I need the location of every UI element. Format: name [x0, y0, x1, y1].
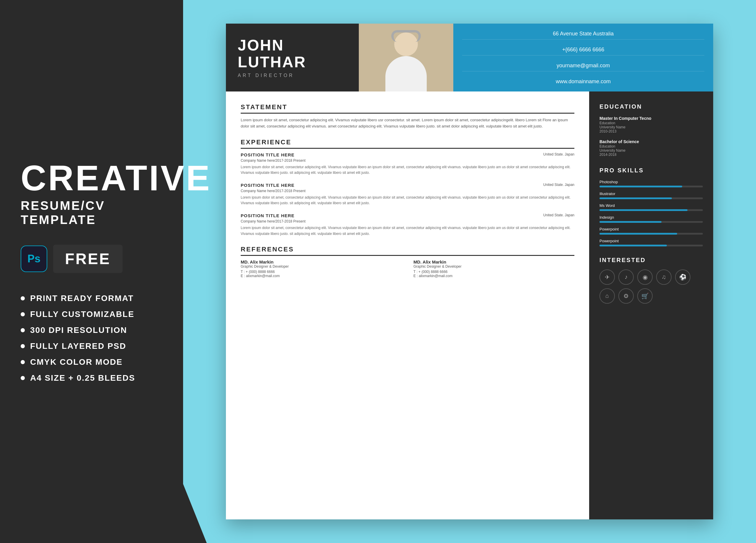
- bullet-icon: [21, 344, 25, 348]
- feature-item: CMYK COLOR MODE: [21, 357, 162, 367]
- resume-header: JOHN LUTHAR ART DIRECTOR 66 Avenue State…: [226, 24, 713, 92]
- ref-role: Graphic Designer & Developer: [241, 265, 402, 269]
- contact-email: yourname@gmail.com: [462, 60, 704, 71]
- person-body-shape: [385, 56, 427, 92]
- experience-item: POSITION TITLE HERE United State. Japan …: [241, 152, 574, 176]
- exp-title: POSITION TITLE HERE: [241, 183, 294, 188]
- exp-location: United State. Japan: [543, 152, 574, 157]
- ref-name: MD. Alix Markin: [413, 260, 574, 265]
- bullet-icon: [21, 312, 25, 316]
- interest-icon-2: ◉: [637, 270, 653, 285]
- person-name: JOHN LUTHAR: [238, 37, 347, 71]
- skill-item: Ms Word: [599, 203, 703, 211]
- education-section: EDUCATION Master In Computer Tecno Educa…: [599, 103, 703, 157]
- experience-item: POSITION TITLE HERE United State. Japan …: [241, 183, 574, 206]
- exp-title: POSITION TITLE HERE: [241, 213, 294, 218]
- skill-name: Powerpoint: [599, 227, 703, 232]
- skill-items: Photoshop Illustrator Ms Word Indesign P…: [599, 180, 703, 247]
- skill-bar-bg: [599, 245, 703, 247]
- contact-phone: +{666} 6666 6666: [462, 44, 704, 56]
- ref-items: MD. Alix Markin Graphic Designer & Devel…: [241, 260, 574, 278]
- exp-company: Company Name here/2017-2018 Present: [241, 219, 574, 224]
- left-panel: CREATIVE RESUME/CV TEMPLATE Ps FREE PRIN…: [0, 0, 183, 543]
- bullet-icon: [21, 328, 25, 332]
- skill-item: Indesign: [599, 215, 703, 223]
- skill-bar-bg: [599, 186, 703, 188]
- skill-name: Ms Word: [599, 203, 703, 208]
- bullet-icon: [21, 296, 25, 300]
- interested-title: INTERESTED: [599, 257, 703, 264]
- photoshop-icon: Ps: [21, 246, 47, 272]
- feature-item: 300 DPI RESOLUTION: [21, 325, 162, 335]
- statement-content: Lorem ipsum dolor sit amet, consectetur …: [241, 117, 574, 130]
- exp-location: United State. Japan: [543, 183, 574, 187]
- contact-address: 66 Avenue State Australia: [462, 28, 704, 40]
- education-item: Bachelor of Science Education University…: [599, 139, 703, 157]
- feature-item: PRINT READY FORMAT: [21, 293, 162, 303]
- right-panel: JOHN LUTHAR ART DIRECTOR 66 Avenue State…: [183, 0, 756, 543]
- bullet-icon: [21, 360, 25, 364]
- ref-role: Graphic Designer & Developer: [413, 265, 574, 269]
- resume-sidebar: EDUCATION Master In Computer Tecno Educa…: [589, 92, 713, 519]
- skill-bar-fill: [599, 186, 682, 188]
- experience-items: POSITION TITLE HERE United State. Japan …: [241, 152, 574, 237]
- skill-bar-bg: [599, 221, 703, 223]
- skill-item: Photoshop: [599, 180, 703, 188]
- skills-section: PRO SKILLS Photoshop Illustrator Ms Word…: [599, 167, 703, 247]
- exp-company: Company Name here/2017-2018 Present: [241, 189, 574, 193]
- resume-body: STATEMENT Lorem ipsum dolor sit amet, co…: [226, 92, 713, 519]
- person-title: ART DIRECTOR: [238, 73, 347, 78]
- free-label: FREE: [53, 245, 123, 273]
- exp-title: POSITION TITLE HERE: [241, 152, 294, 157]
- main-subtitle: RESUME/CV TEMPLATE: [21, 199, 162, 227]
- references-section: REFERENCES MD. Alix Markin Graphic Desig…: [241, 246, 574, 278]
- skill-item: Powerpoint: [599, 227, 703, 235]
- education-item: Master In Computer Tecno Education Unive…: [599, 116, 703, 133]
- skill-bar-fill: [599, 245, 667, 247]
- edu-field: Education: [599, 121, 703, 125]
- interest-icon-4: ⚽: [675, 270, 690, 285]
- header-photo: [359, 24, 453, 92]
- edu-year: 2014-2018: [599, 153, 703, 157]
- experience-section: EXPERIENCE POSITION TITLE HERE United St…: [241, 138, 574, 237]
- ref-item: MD. Alix Markin Graphic Designer & Devel…: [241, 260, 402, 278]
- exp-desc: Lorem ipsum dolor sit amet, consectetur …: [241, 225, 574, 237]
- feature-item: FULLY LAYERED PSD: [21, 341, 162, 351]
- skill-bar-fill: [599, 198, 672, 199]
- exp-company: Company Name here/2017-2018 Present: [241, 159, 574, 163]
- resume-card: JOHN LUTHAR ART DIRECTOR 66 Avenue State…: [226, 24, 713, 519]
- interest-icon-5: ⌂: [599, 288, 615, 304]
- feature-item: FULLY CUSTOMIZABLE: [21, 309, 162, 319]
- ref-item: MD. Alix Markin Graphic Designer & Devel…: [413, 260, 574, 278]
- interest-icon-6: ⚙: [618, 288, 634, 304]
- header-contact: 66 Avenue State Australia +{666} 6666 66…: [453, 24, 713, 92]
- skill-bar-fill: [599, 233, 677, 235]
- skill-bar-bg: [599, 198, 703, 199]
- interest-icon-0: ✈: [599, 270, 615, 285]
- edu-degree: Master In Computer Tecno: [599, 116, 703, 121]
- free-badge: Ps FREE: [21, 245, 162, 273]
- education-items: Master In Computer Tecno Education Unive…: [599, 116, 703, 157]
- exp-location: United State. Japan: [543, 213, 574, 217]
- statement-section: STATEMENT Lorem ipsum dolor sit amet, co…: [241, 103, 574, 130]
- skill-name: Photoshop: [599, 180, 703, 184]
- statement-title: STATEMENT: [241, 103, 574, 114]
- skill-bar-bg: [599, 233, 703, 235]
- interest-icon-3: ♫: [656, 270, 672, 285]
- exp-desc: Lorem ipsum dolor sit amet, consectetur …: [241, 164, 574, 176]
- skill-bar-bg: [599, 209, 703, 211]
- edu-year: 2010-2013: [599, 129, 703, 133]
- references-title: REFERENCES: [241, 246, 574, 256]
- main-title: CREATIVE: [21, 160, 162, 196]
- exp-header: POSITION TITLE HERE United State. Japan: [241, 183, 574, 188]
- ref-phone: T : + (000) 8888 6666: [413, 270, 574, 274]
- education-title: EDUCATION: [599, 103, 703, 110]
- edu-school: University Name: [599, 125, 703, 129]
- skill-name: Illustrator: [599, 192, 703, 196]
- skill-bar-fill: [599, 209, 687, 211]
- interested-section: INTERESTED ✈♪◉♫⚽⌂⚙🛒: [599, 257, 703, 304]
- features-list: PRINT READY FORMATFULLY CUSTOMIZABLE300 …: [21, 293, 162, 383]
- skill-name: Powerpoint: [599, 239, 703, 243]
- exp-header: POSITION TITLE HERE United State. Japan: [241, 152, 574, 157]
- edu-school: University Name: [599, 149, 703, 153]
